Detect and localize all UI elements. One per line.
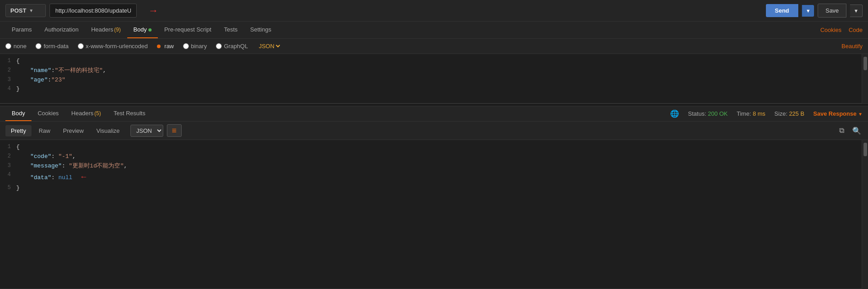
tab-pre-request[interactable]: Pre-request Script <box>158 22 218 38</box>
beautify-button[interactable]: Beautify <box>841 43 863 50</box>
fmt-tab-raw[interactable]: Raw <box>33 125 56 136</box>
body-dot <box>148 28 152 32</box>
fmt-tab-visualize[interactable]: Visualize <box>91 125 125 136</box>
fmt-tab-pretty[interactable]: Pretty <box>5 125 31 136</box>
radio-binary[interactable]: binary <box>183 43 207 50</box>
save-response-button[interactable]: Save Response ▼ <box>813 110 863 117</box>
radio-raw[interactable]: raw <box>157 43 174 50</box>
size-value: 225 B <box>789 110 804 117</box>
resp-line-2: 2 "code": "-1", <box>0 152 862 162</box>
request-tabs: Params Authorization Headers(9) Body Pre… <box>0 22 868 39</box>
time-label: Time: 8 ms <box>737 110 765 117</box>
response-scrollbar[interactable] <box>862 140 868 289</box>
tab-params[interactable]: Params <box>5 22 38 38</box>
method-dropdown-icon: ▼ <box>29 8 33 13</box>
resp-line-5: 5 } <box>0 184 862 193</box>
response-right-icons: ⧉ 🔍 <box>838 125 863 136</box>
raw-dot <box>157 45 161 48</box>
req-line-1: 1 { <box>0 57 862 66</box>
data-arrow: ← <box>81 171 86 184</box>
response-tabs: Body Cookies Headers(5) Test Results 🌐 S… <box>0 106 868 122</box>
request-code-editor[interactable]: 1 { 2 "name":"不一样的科技宅", 3 "age":"23" 4 } <box>0 54 862 104</box>
response-format-bar: Pretty Raw Preview Visualize JSON ≡ ⧉ 🔍 <box>0 122 868 140</box>
right-links: Cookies Code <box>820 27 863 33</box>
filter-button[interactable]: ≡ <box>167 124 182 137</box>
resp-tab-cookies[interactable]: Cookies <box>31 106 65 121</box>
save-dropdown-button[interactable]: ▼ <box>850 5 863 17</box>
top-bar: POST ▼ → Send ▼ Save ▼ <box>0 0 868 22</box>
resp-tab-body[interactable]: Body <box>5 106 31 121</box>
globe-icon: 🌐 <box>670 109 679 118</box>
url-bar-wrap: → <box>49 4 762 18</box>
request-scrollbar[interactable] <box>862 54 868 104</box>
main-wrapper: POST ▼ → Send ▼ Save ▼ Params Authorizat… <box>0 0 868 289</box>
send-dropdown-button[interactable]: ▼ <box>802 5 814 17</box>
body-options: none form-data x-www-form-urlencoded raw… <box>0 39 868 54</box>
code-link[interactable]: Code <box>849 27 863 33</box>
req-line-4: 4 } <box>0 85 862 94</box>
save-button[interactable]: Save <box>818 4 846 18</box>
resp-tab-headers[interactable]: Headers(5) <box>65 106 107 121</box>
tab-tests[interactable]: Tests <box>218 22 244 38</box>
response-code-editor[interactable]: 1 { 2 "code": "-1", 3 "message": "更新时id不… <box>0 140 862 289</box>
url-arrow: → <box>148 5 158 17</box>
fmt-tab-preview[interactable]: Preview <box>58 125 89 136</box>
method-label: POST <box>10 7 26 14</box>
radio-graphql[interactable]: GraphQL <box>216 43 248 50</box>
method-select[interactable]: POST ▼ <box>5 4 46 17</box>
resp-line-1: 1 { <box>0 143 862 152</box>
resp-line-3: 3 "message": "更新时id不能为空", <box>0 162 862 171</box>
cookies-link[interactable]: Cookies <box>820 27 841 33</box>
resp-line-4: 4 "data": null ← <box>0 171 862 184</box>
status-label: Status: 200 OK <box>688 110 728 117</box>
tab-headers[interactable]: Headers(9) <box>85 22 127 38</box>
format-select[interactable]: JSON <box>257 42 282 50</box>
send-button[interactable]: Send <box>766 4 798 17</box>
tab-settings[interactable]: Settings <box>244 22 277 38</box>
resp-headers-badge: (5) <box>94 110 101 117</box>
headers-badge: (9) <box>114 27 121 33</box>
search-icon[interactable]: 🔍 <box>851 125 863 136</box>
scrollbar-handle-req <box>864 57 867 70</box>
url-input[interactable] <box>49 4 137 18</box>
status-value: 200 OK <box>708 110 728 117</box>
response-status-bar: 🌐 Status: 200 OK Time: 8 ms Size: 225 B … <box>670 109 863 118</box>
scrollbar-handle-resp <box>864 143 867 156</box>
time-value: 8 ms <box>753 110 765 117</box>
req-line-2: 2 "name":"不一样的科技宅", <box>0 66 862 76</box>
copy-icon[interactable]: ⧉ <box>838 125 846 136</box>
resp-tab-test-results[interactable]: Test Results <box>107 106 152 121</box>
tab-authorization[interactable]: Authorization <box>38 22 85 38</box>
radio-none[interactable]: none <box>5 43 27 50</box>
size-label: Size: 225 B <box>774 110 805 117</box>
tab-body[interactable]: Body <box>127 22 158 38</box>
response-body-area: 1 { 2 "code": "-1", 3 "message": "更新时id不… <box>0 140 868 289</box>
radio-form-data[interactable]: form-data <box>36 43 69 50</box>
radio-urlencoded[interactable]: x-www-form-urlencoded <box>78 43 148 50</box>
req-line-3: 3 "age":"23" <box>0 76 862 85</box>
request-body-area: 1 { 2 "name":"不一样的科技宅", 3 "age":"23" 4 } <box>0 54 868 104</box>
resp-format-select[interactable]: JSON <box>130 125 163 137</box>
